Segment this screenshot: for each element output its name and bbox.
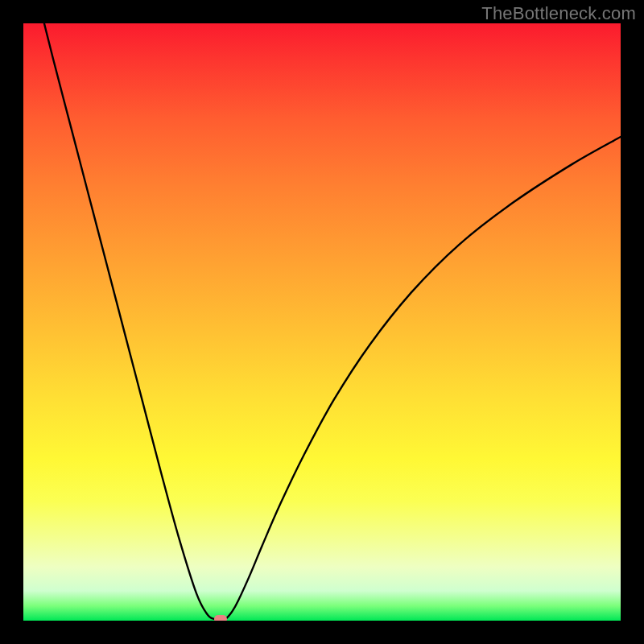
plot-area [23,23,621,621]
watermark-text: TheBottleneck.com [481,3,636,24]
bottleneck-curve [23,23,621,621]
plot-frame [0,0,644,644]
optimum-marker [214,615,227,621]
